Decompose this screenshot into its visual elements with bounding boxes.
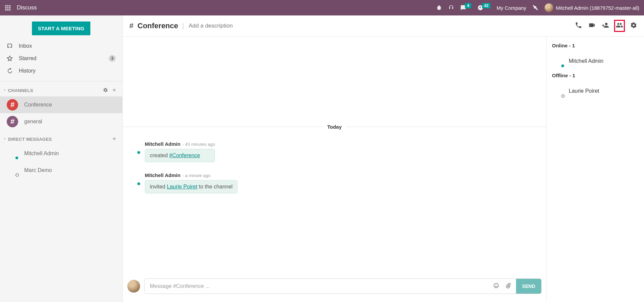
svg-rect-6 <box>5 9 7 11</box>
message-link[interactable]: #Conference <box>169 153 200 158</box>
channels-title: CHANNELS <box>8 88 33 93</box>
channels-header: CHANNELS <box>0 81 122 96</box>
video-icon[interactable] <box>588 21 596 30</box>
sidebar: START A MEETING Inbox Starred 3 History … <box>0 15 123 302</box>
svg-point-11 <box>497 285 497 286</box>
thread-title: Conference <box>137 21 178 30</box>
svg-point-9 <box>494 283 499 288</box>
support-icon[interactable] <box>448 5 454 11</box>
message-link[interactable]: Laurie Poiret <box>167 184 198 189</box>
star-icon <box>7 55 13 61</box>
add-dm-icon[interactable] <box>112 136 117 142</box>
message-author: Mitchell Admin <box>145 172 180 178</box>
dm-mitchell-admin[interactable]: Mitchell Admin <box>0 145 122 162</box>
channel-conference[interactable]: # Conference <box>0 96 122 113</box>
svg-rect-0 <box>5 5 7 7</box>
dm-header: DIRECT MESSAGES <box>0 130 122 145</box>
channel-general[interactable]: # general <box>0 113 122 130</box>
mailbox-history[interactable]: History <box>0 65 122 77</box>
inbox-icon <box>7 43 13 49</box>
member-row[interactable]: Mitchell Admin <box>547 53 644 69</box>
apps-icon[interactable] <box>5 5 11 11</box>
bug-icon[interactable] <box>436 5 442 11</box>
message-content: invited Laurie Poiret to the channel <box>145 180 238 193</box>
mailbox-label: History <box>19 68 36 74</box>
thread-description-input[interactable] <box>188 22 262 30</box>
company-switcher[interactable]: My Company <box>497 5 526 11</box>
channel-settings-icon[interactable] <box>103 87 108 94</box>
messages-indicator[interactable]: 4 <box>460 5 471 11</box>
chevron-down-icon[interactable] <box>3 137 7 142</box>
svg-rect-3 <box>5 7 7 9</box>
members-icon[interactable] <box>615 21 624 31</box>
settings-icon[interactable] <box>630 21 637 30</box>
add-user-icon[interactable] <box>602 21 609 30</box>
chevron-down-icon[interactable] <box>3 88 7 93</box>
svg-point-10 <box>495 285 496 286</box>
activity-indicator[interactable]: 42 <box>477 5 490 11</box>
app-title[interactable]: Discuss <box>17 4 37 11</box>
message-time: - 43 minutes ago <box>182 142 215 147</box>
svg-rect-2 <box>9 5 11 7</box>
member-name: Laurie Poiret <box>569 88 599 94</box>
mailbox-inbox[interactable]: Inbox <box>0 40 122 52</box>
status-online-icon <box>137 150 141 155</box>
svg-rect-7 <box>7 9 9 11</box>
message-content: created #Conference <box>145 149 215 162</box>
status-offline-icon <box>15 173 19 177</box>
message: Mitchell Admin - 43 minutes ago created … <box>123 139 546 170</box>
hash-symbol: # <box>129 21 133 30</box>
activity-badge: 42 <box>482 3 490 8</box>
send-button[interactable]: SEND <box>516 279 541 294</box>
status-online-icon <box>137 182 141 186</box>
history-icon <box>7 68 13 74</box>
member-name: Mitchell Admin <box>569 58 603 64</box>
hash-icon: # <box>7 99 18 111</box>
hash-icon: # <box>7 116 18 127</box>
member-row[interactable]: Laurie Poiret <box>547 83 644 99</box>
dm-marc-demo[interactable]: Marc Demo <box>0 162 122 179</box>
status-online-icon <box>15 156 19 160</box>
svg-rect-4 <box>7 7 9 9</box>
separator: | <box>182 22 184 30</box>
starred-count: 3 <box>109 55 116 62</box>
day-label: Today <box>327 124 342 130</box>
messages-badge: 4 <box>465 3 471 8</box>
messages-column: Today Mitchell Admin - 43 minutes ago <box>123 37 547 302</box>
status-online-icon <box>561 64 565 68</box>
message-time: - a minute ago <box>182 173 210 178</box>
tools-icon[interactable] <box>532 5 539 11</box>
user-menu[interactable]: Mitchell Admin (18879752-master-all) <box>545 3 639 12</box>
svg-rect-8 <box>9 9 11 11</box>
online-header: Online - 1 <box>547 41 644 51</box>
dm-label: Mitchell Admin <box>24 150 59 157</box>
message-author: Mitchell Admin <box>145 141 180 147</box>
members-panel: Online - 1 Mitchell Admin Offline - 1 La… <box>547 37 644 302</box>
call-icon[interactable] <box>575 21 582 30</box>
attachment-icon[interactable] <box>505 283 511 290</box>
svg-rect-5 <box>9 7 11 9</box>
add-channel-icon[interactable] <box>112 87 117 94</box>
channel-label: general <box>24 119 42 125</box>
mailbox-label: Starred <box>19 55 36 61</box>
mailbox-label: Inbox <box>19 43 32 49</box>
thread-header: # Conference | <box>123 15 644 37</box>
channel-label: Conference <box>24 102 52 108</box>
emoji-icon[interactable] <box>493 283 499 290</box>
day-separator: Today <box>123 124 546 130</box>
dm-title: DIRECT MESSAGES <box>8 137 52 142</box>
status-offline-icon <box>561 94 565 98</box>
dm-label: Marc Demo <box>24 167 52 173</box>
user-avatar-icon <box>545 3 553 12</box>
start-meeting-button[interactable]: START A MEETING <box>32 21 90 35</box>
mailbox-starred[interactable]: Starred 3 <box>0 52 122 65</box>
svg-rect-1 <box>7 5 9 7</box>
offline-header: Offline - 1 <box>547 71 644 81</box>
message-input[interactable] <box>149 279 488 294</box>
composer: SEND <box>123 274 546 302</box>
avatar <box>127 280 140 293</box>
content: # Conference | Today <box>123 15 644 302</box>
user-name: Mitchell Admin (18879752-master-all) <box>556 5 639 11</box>
message: Mitchell Admin - a minute ago invited La… <box>123 170 546 202</box>
navbar: Discuss 4 42 My Company Mitchell Admin ( <box>0 0 644 15</box>
